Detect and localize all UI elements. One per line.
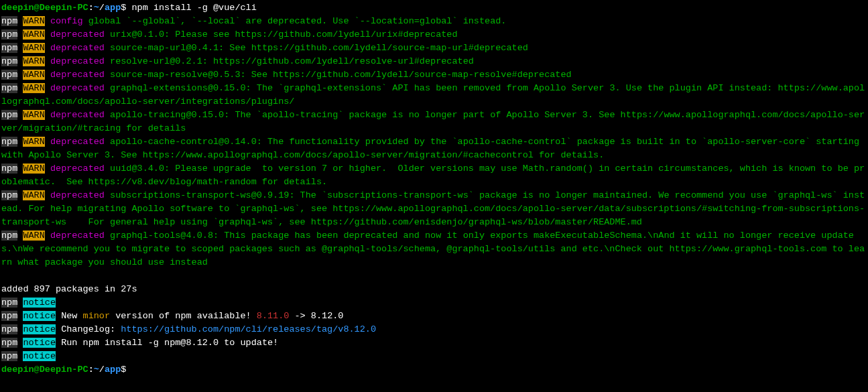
npm-tag: npm xyxy=(1,351,17,361)
warn-tag: WARN xyxy=(23,43,44,53)
prompt-slash: / xyxy=(99,365,105,375)
notice-tag: notice xyxy=(23,311,56,321)
deprecated-word: deprecated xyxy=(50,70,105,80)
output-line-graphql-tools: npm WARN deprecated graphql-tools@4.0.8:… xyxy=(1,231,865,267)
config-word: config xyxy=(50,16,83,26)
output-line-resolve-url: npm WARN deprecated resolve-url@0.2.1: h… xyxy=(1,56,474,66)
notice-tag: notice xyxy=(23,298,56,308)
deprecated-word: deprecated xyxy=(50,83,105,93)
prompt-tilde: ~ xyxy=(94,365,99,375)
output-line-config: npm WARN config global `--global`, `--lo… xyxy=(1,16,506,26)
notice-old-version: 8.11.0 xyxy=(257,311,290,321)
npm-tag: npm xyxy=(1,190,17,200)
notice-line-new-version: npm notice New minor version of npm avai… xyxy=(1,311,343,321)
notice-line-empty-2: npm notice xyxy=(1,351,56,361)
notice-arrow: -> 8.12.0 xyxy=(289,311,343,321)
notice-new-pre: New xyxy=(56,311,83,321)
msg-apollo-cache-control: apollo-cache-control@0.14.0: The functio… xyxy=(1,137,865,160)
deprecated-word: deprecated xyxy=(50,164,105,174)
msg-source-map-resolve: source-map-resolve@0.5.3: See https://gi… xyxy=(105,70,572,80)
msg-uuid: uuid@3.4.0: Please upgrade to version 7 … xyxy=(1,164,865,187)
notice-run: Run npm install -g npm@8.12.0 to update! xyxy=(56,338,278,348)
prompt-host: Deepin-PC xyxy=(40,365,88,375)
notice-tag: notice xyxy=(23,338,56,348)
added-line: added 897 packages in 27s xyxy=(1,284,137,294)
notice-line-changelog: npm notice Changelog: https://github.com… xyxy=(1,324,376,334)
output-line-source-map-resolve: npm WARN deprecated source-map-resolve@0… xyxy=(1,70,572,80)
npm-tag: npm xyxy=(1,231,17,241)
npm-tag: npm xyxy=(1,311,17,321)
notice-minor: minor xyxy=(83,311,111,321)
msg-resolve-url: resolve-url@0.2.1: https://github.com/ly… xyxy=(105,56,474,66)
msg-source-map-url: source-map-url@0.4.1: See https://github… xyxy=(105,43,528,53)
npm-tag: npm xyxy=(1,43,17,53)
deprecated-word: deprecated xyxy=(50,56,105,66)
notice-tag: notice xyxy=(23,351,56,361)
warn-tag: WARN xyxy=(23,29,44,40)
warn-tag: WARN xyxy=(23,83,44,93)
deprecated-word: deprecated xyxy=(50,231,105,241)
output-line-apollo-cache-control: npm WARN deprecated apollo-cache-control… xyxy=(1,137,865,160)
prompt-at: @ xyxy=(34,365,40,375)
npm-tag: npm xyxy=(1,16,17,26)
msg-urix: urix@0.1.0: Please see https://github.co… xyxy=(105,29,458,40)
npm-tag: npm xyxy=(1,70,17,80)
warn-tag: WARN xyxy=(23,137,44,147)
warn-tag: WARN xyxy=(23,16,44,26)
warn-tag: WARN xyxy=(23,110,44,120)
msg-graphql-tools: graphql-tools@4.0.8: This package has be… xyxy=(1,231,865,267)
notice-tag: notice xyxy=(23,324,56,334)
output-line-urix: npm WARN deprecated urix@0.1.0: Please s… xyxy=(1,29,458,40)
npm-tag: npm xyxy=(1,83,17,93)
prompt-tilde: ~ xyxy=(94,3,99,13)
output-line-uuid: npm WARN deprecated uuid@3.4.0: Please u… xyxy=(1,164,865,187)
prompt-line: deepin@Deepin-PC:~/app$ npm install -g @… xyxy=(1,3,257,13)
prompt-dollar: $ xyxy=(121,3,131,13)
msg-graphql-extensions: graphql-extensions@0.15.0: The `graphql-… xyxy=(1,83,865,107)
deprecated-word: deprecated xyxy=(50,137,105,147)
msg-config: global `--global`, `--local` are depreca… xyxy=(83,16,507,26)
warn-tag: WARN xyxy=(23,164,44,174)
npm-tag: npm xyxy=(1,29,17,40)
notice-line-run: npm notice Run npm install -g npm@8.12.0… xyxy=(1,338,278,348)
prompt-user: deepin xyxy=(1,3,34,13)
notice-line-empty-1: npm notice xyxy=(1,298,56,308)
output-line-graphql-extensions: npm WARN deprecated graphql-extensions@0… xyxy=(1,83,865,107)
deprecated-word: deprecated xyxy=(50,43,105,53)
prompt-app: app xyxy=(105,3,121,13)
prompt-user: deepin xyxy=(1,365,34,375)
warn-tag: WARN xyxy=(23,56,44,66)
npm-tag: npm xyxy=(1,324,17,334)
notice-new-post: version of npm available! xyxy=(110,311,257,321)
npm-tag: npm xyxy=(1,110,17,120)
notice-changelog-pre: Changelog: xyxy=(56,324,121,334)
prompt-dollar: $ xyxy=(121,365,131,375)
deprecated-word: deprecated xyxy=(50,29,105,40)
npm-tag: npm xyxy=(1,56,17,66)
prompt-line-2[interactable]: deepin@Deepin-PC:~/app$ xyxy=(1,365,131,375)
npm-tag: npm xyxy=(1,338,17,348)
deprecated-word: deprecated xyxy=(50,110,105,120)
output-line-apollo-tracing: npm WARN deprecated apollo-tracing@0.15.… xyxy=(1,110,865,133)
prompt-host: Deepin-PC xyxy=(40,3,88,13)
warn-tag: WARN xyxy=(23,231,44,241)
command-text[interactable]: npm install -g @vue/cli xyxy=(131,3,256,13)
msg-apollo-tracing: apollo-tracing@0.15.0: The `apollo-traci… xyxy=(1,110,865,133)
prompt-colon: : xyxy=(88,365,94,375)
prompt-app: app xyxy=(105,365,121,375)
output-line-subscriptions: npm WARN deprecated subscriptions-transp… xyxy=(1,190,865,227)
npm-tag: npm xyxy=(1,137,17,147)
notice-changelog-link: https://github.com/npm/cli/releases/tag/… xyxy=(121,324,376,334)
output-line-source-map-url: npm WARN deprecated source-map-url@0.4.1… xyxy=(1,43,528,53)
prompt-colon: : xyxy=(88,3,94,13)
npm-tag: npm xyxy=(1,298,17,308)
deprecated-word: deprecated xyxy=(50,190,105,200)
warn-tag: WARN xyxy=(23,70,44,80)
warn-tag: WARN xyxy=(23,190,44,200)
prompt-slash: / xyxy=(99,3,105,13)
prompt-at: @ xyxy=(34,3,40,13)
npm-tag: npm xyxy=(1,164,17,174)
msg-subscriptions: subscriptions-transport-ws@0.9.19: The `… xyxy=(1,190,865,227)
